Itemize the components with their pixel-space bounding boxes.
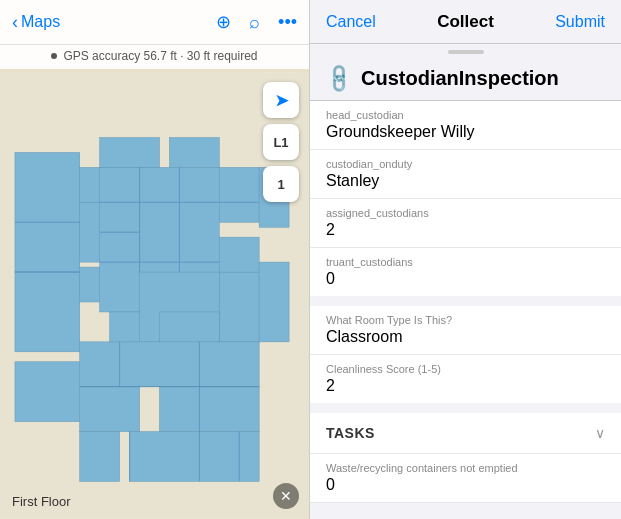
layers-icon[interactable]: ⊕ [216,11,231,33]
waste-field-label: Waste/recycling containers not emptied [326,462,605,474]
close-icon: ✕ [280,488,292,504]
gps-bar: GPS accuracy 56.7 ft · 30 ft required [0,44,309,69]
svg-rect-18 [259,262,289,342]
svg-rect-8 [219,167,259,222]
map-panel: ‹ Maps ⊕ ⌕ ••• GPS accuracy 56.7 ft · 30… [0,0,310,519]
svg-rect-10 [219,237,259,272]
collect-header: Cancel Collect Submit 🔗 CustodianInspect… [310,0,621,101]
page-button[interactable]: 1 [263,166,299,202]
search-icon[interactable]: ⌕ [249,12,260,33]
page-label: 1 [277,177,284,192]
field-truant-custodians: truant_custodians 0 [310,248,621,296]
tasks-label: TASKS [326,425,375,441]
custodian-onduty-label: custodian_onduty [326,158,605,170]
map-header: ‹ Maps ⊕ ⌕ ••• GPS accuracy 56.7 ft · 30… [0,0,309,69]
back-button[interactable]: ‹ Maps [12,12,60,33]
svg-rect-20 [130,432,260,482]
truant-custodians-label: truant_custodians [326,256,605,268]
level-label: L1 [273,135,288,150]
truant-custodians-value: 0 [326,270,605,288]
head-custodian-value: Groundskeeper Willy [326,123,605,141]
tasks-header[interactable]: TASKS ∨ [310,413,621,454]
form-scroll[interactable]: head_custodian Groundskeeper Willy custo… [310,101,621,519]
svg-rect-11 [80,342,259,387]
task-waste-field: Waste/recycling containers not emptied 0 [310,454,621,503]
form-title: CustodianInspection [361,67,559,90]
collect-title: Collect [437,12,494,32]
cancel-button[interactable]: Cancel [326,13,376,31]
svg-rect-15 [169,138,219,168]
gps-dot-icon [51,53,57,59]
assigned-custodians-value: 2 [326,221,605,239]
map-nav-icons: ⊕ ⌕ ••• [216,11,297,33]
form-title-row: 🔗 CustodianInspection [310,54,621,101]
field-custodian-onduty: custodian_onduty Stanley [310,150,621,199]
link-icon: 🔗 [321,61,356,96]
svg-rect-22 [159,312,219,342]
back-chevron-icon: ‹ [12,12,18,33]
room-type-value: Classroom [326,328,605,346]
svg-rect-16 [15,362,80,422]
assigned-custodians-label: assigned_custodians [326,207,605,219]
svg-rect-1 [15,152,80,272]
tasks-section: TASKS ∨ Waste/recycling containers not e… [310,413,621,503]
fields-section: head_custodian Groundskeeper Willy custo… [310,101,621,296]
field-room-type: What Room Type Is This? Classroom [310,306,621,355]
room-section: What Room Type Is This? Classroom Cleanl… [310,306,621,403]
section-divider-2 [310,403,621,413]
floor-label: First Floor [12,494,71,509]
location-button[interactable]: ➤ [263,82,299,118]
svg-rect-19 [80,432,120,482]
waste-field-value: 0 [326,476,605,494]
map-nav-bar: ‹ Maps ⊕ ⌕ ••• [0,0,309,44]
field-assigned-custodians: assigned_custodians 2 [310,199,621,248]
svg-rect-12 [80,387,140,432]
svg-rect-9 [219,272,259,342]
cleanliness-label: Cleanliness Score (1-5) [326,363,605,375]
svg-rect-2 [15,272,80,352]
svg-rect-21 [110,312,140,342]
field-cleanliness: Cleanliness Score (1-5) 2 [310,355,621,403]
section-divider-1 [310,296,621,306]
back-label: Maps [21,13,60,31]
location-icon: ➤ [275,91,288,110]
svg-rect-13 [159,387,259,432]
custodian-onduty-value: Stanley [326,172,605,190]
collect-nav: Cancel Collect Submit [310,0,621,44]
gps-text: GPS accuracy 56.7 ft · 30 ft required [63,49,257,63]
head-custodian-label: head_custodian [326,109,605,121]
room-type-label: What Room Type Is This? [326,314,605,326]
cleanliness-value: 2 [326,377,605,395]
more-icon[interactable]: ••• [278,12,297,33]
submit-button[interactable]: Submit [555,13,605,31]
field-head-custodian: head_custodian Groundskeeper Willy [310,101,621,150]
svg-rect-14 [100,138,160,168]
tasks-chevron-icon: ∨ [595,425,605,441]
map-controls: ➤ L1 1 [263,82,299,202]
map-clear-button[interactable]: ✕ [273,483,299,509]
level-button[interactable]: L1 [263,124,299,160]
collect-panel: Cancel Collect Submit 🔗 CustodianInspect… [310,0,621,519]
